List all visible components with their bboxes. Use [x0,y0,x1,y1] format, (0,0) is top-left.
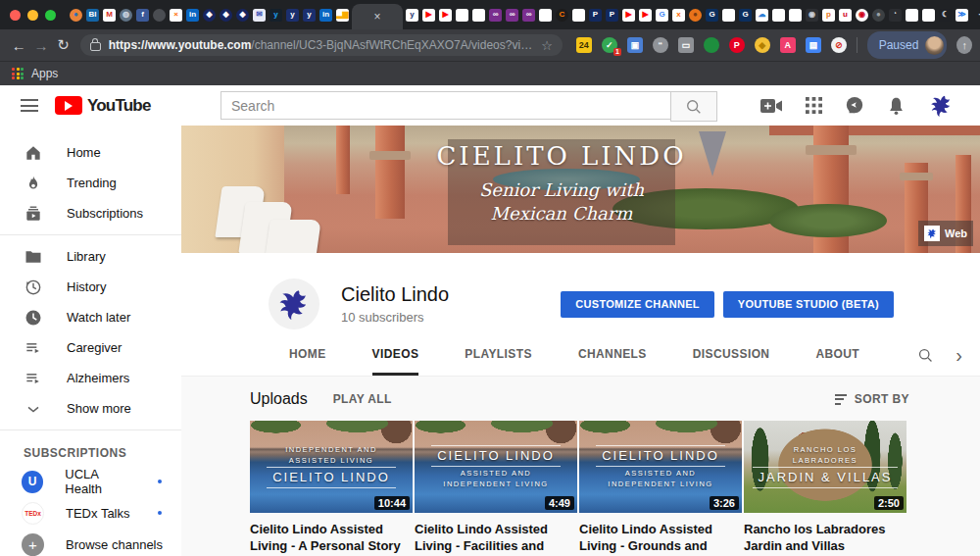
tab-home[interactable]: HOME [289,334,326,376]
extension-icon[interactable]: 24 [576,37,592,53]
tab-favicon[interactable]: y [406,9,418,22]
tab-favicon[interactable]: in [319,9,332,22]
sidebar-item-history[interactable]: History [0,272,181,302]
extension-icon[interactable]: ▤ [806,37,821,53]
window-controls[interactable] [10,10,56,21]
tabs-overflow-chevron[interactable]: › [956,334,962,376]
extension-icon[interactable]: ⊘ [831,37,847,53]
extension-icon[interactable]: A [780,37,796,53]
extension-icon[interactable]: ▣ [627,37,643,53]
tab-favicon[interactable]: ∞ [522,9,535,22]
tab-channels[interactable]: CHANNELS [578,334,647,376]
tab-favicon[interactable]: ● [153,9,166,22]
sidebar-item-show-more[interactable]: Show more [0,393,181,424]
tab-about[interactable]: ABOUT [815,334,859,376]
sidebar-item-library[interactable]: Library [0,241,181,272]
search-input[interactable] [220,91,670,120]
video-thumbnail[interactable]: RANCHO LOS LABRADORES JARDIN & VILLAS 2:… [744,421,906,513]
back-button[interactable]: ← [8,37,30,54]
tab-favicon[interactable] [922,9,935,22]
traffic-light[interactable] [27,10,38,21]
tab-favicon[interactable] [789,9,802,22]
tab-favicon[interactable]: ▶ [622,9,635,22]
extension-icon[interactable]: P [729,37,745,53]
extension-icon[interactable]: ◆ [755,37,770,53]
tab-favicon[interactable]: ◉ [806,9,818,22]
tab-favicon[interactable] [456,9,468,22]
banner-web-link[interactable]: Web [918,221,973,246]
tab-favicon[interactable]: C [556,9,568,22]
youtube-studio-button[interactable]: YOUTUBE STUDIO (BETA) [723,291,894,318]
sidebar-item-watch-later[interactable]: Watch later [0,302,181,332]
tab-favicon[interactable] [906,9,918,22]
video-card[interactable]: CIELITO LINDO ASSISTED AND INDEPENDENT L… [415,421,577,556]
tab-favicon[interactable]: ✉ [253,9,266,22]
tab-favicon[interactable]: ▶ [639,9,652,22]
tab-favicon[interactable] [472,9,485,22]
tab-favicon[interactable]: G [739,9,752,22]
tab-favicon[interactable]: ≫ [956,9,968,22]
customize-channel-button[interactable]: CUSTOMIZE CHANNEL [561,291,714,318]
tab-favicon[interactable]: ☁ [756,9,768,22]
reload-button[interactable]: ↻ [52,36,74,54]
tab-favicon[interactable]: in [186,9,199,22]
tab-favicon[interactable]: ∞ [489,9,502,22]
profile-paused-chip[interactable]: Paused [867,31,948,59]
bookmark-star-icon[interactable]: ☆ [535,38,553,53]
tab-favicon[interactable]: × [170,9,182,22]
tab-favicon[interactable]: P [606,9,618,22]
address-bar[interactable]: https://www.youtube.com/channel/UC3-BjqN… [80,34,563,56]
tab-favicon[interactable] [772,9,785,22]
tab-favicon[interactable]: ʻ [889,9,902,22]
apps-grid-icon[interactable] [12,68,24,79]
tab-favicon[interactable]: ◍ [120,9,132,22]
video-title[interactable]: Rancho los Labradores Jardin and Villas [744,521,906,554]
tab-favicon[interactable]: ∞ [506,9,518,22]
account-avatar-bird[interactable] [928,92,955,119]
sidebar-item-trending[interactable]: Trending [0,168,181,198]
tab-favicon[interactable]: f [136,9,149,22]
sidebar-browse-channels[interactable]: + Browse channels [0,529,181,556]
video-card[interactable]: INDEPENDENT AND ASSISTED LIVING CIELITO … [250,421,413,556]
tab-favicon[interactable] [572,9,585,22]
video-thumbnail[interactable]: INDEPENDENT AND ASSISTED LIVING CIELITO … [250,421,413,513]
sidebar-item-subscriptions[interactable]: Subscriptions [0,198,181,228]
sidebar-item-caregiver[interactable]: Caregiver [0,332,181,363]
tab-favicon[interactable]: P [589,9,602,22]
tab-favicon[interactable]: ● [689,9,702,22]
video-thumbnail[interactable]: CIELITO LINDO ASSISTED AND INDEPENDENT L… [579,421,742,513]
video-title[interactable]: Cielito Lindo Assisted Living - A Person… [250,521,413,554]
tab-videos[interactable]: VIDEOS [372,334,419,376]
search-button[interactable] [670,91,717,122]
tab-favicon[interactable]: G [656,9,668,22]
create-video-icon[interactable] [760,97,783,115]
tab-discussion[interactable]: DISCUSSION [693,334,770,376]
tab-favicon[interactable]: p [822,9,835,22]
tab-favicon[interactable]: ▶ [422,9,435,22]
tab-favicon[interactable]: ● [70,9,82,22]
traffic-light[interactable] [45,10,56,21]
youtube-apps-icon[interactable] [806,97,822,114]
sort-by-button[interactable]: SORT BY [835,392,909,406]
extension-icon[interactable]: ✓1 [602,37,617,53]
extension-icon[interactable]: “ [653,37,668,53]
tab-favicon[interactable]: y [286,9,299,22]
youtube-logo[interactable]: YouTube [55,96,151,116]
tab-favicon[interactable] [539,9,552,22]
video-title[interactable]: Cielito Lindo Assisted Living - Faciliti… [415,521,577,556]
tab-favicon[interactable]: ▶ [439,9,452,22]
tab-playlists[interactable]: PLAYLISTS [465,334,532,376]
extension-icon[interactable]: ▭ [678,37,694,53]
sidebar-item-home[interactable]: Home [0,137,181,168]
forward-button[interactable]: → [30,37,53,54]
tab-favicon[interactable]: ◆ [220,9,232,22]
tab-favicon[interactable] [722,9,735,22]
tab-favicon[interactable]: ● [872,9,885,22]
apps-bookmark[interactable]: Apps [31,67,58,80]
tab-favicon[interactable]: y [270,9,282,22]
tab-favicon[interactable]: x [672,9,685,22]
notifications-bell-icon[interactable] [887,96,906,116]
traffic-light[interactable] [10,10,21,21]
update-icon[interactable]: ↑ [956,36,972,54]
active-tab[interactable]: × [352,4,403,29]
